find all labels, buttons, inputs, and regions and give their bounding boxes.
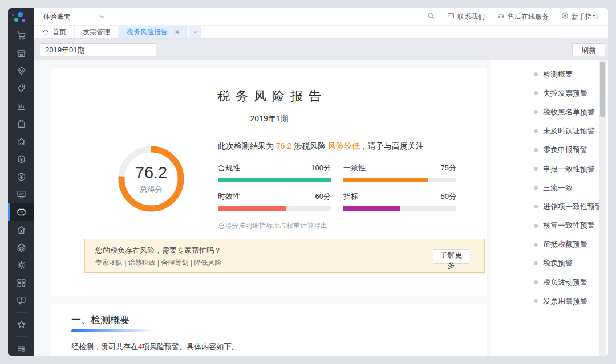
metric-label: 指标 [343, 191, 358, 202]
anchor-nav-label: 零负申报预警 [543, 145, 587, 155]
dot-icon [534, 205, 538, 208]
logo-dot-blue [18, 12, 23, 17]
tab-list-dropdown[interactable] [189, 26, 201, 38]
anchor-nav-label: 检测概要 [543, 69, 573, 80]
anchor-nav-label: 进销项一致性预警 [543, 202, 602, 212]
presentation-icon[interactable] [8, 186, 34, 203]
chevron-down-icon [99, 13, 106, 21]
anchor-nav-item[interactable]: 检测概要 [491, 65, 608, 84]
metric-item: 时效性 60分 [218, 191, 331, 211]
result-level: 风险较低 [328, 141, 360, 150]
metric-item: 一致性 75分 [343, 163, 456, 182]
metric-label: 合规性 [218, 163, 240, 173]
anchor-nav-item[interactable]: 税收黑名单预警 [491, 103, 608, 121]
beginner-guide-link[interactable]: 新手指引 [561, 12, 599, 22]
metric-item: 合规性 100分 [218, 163, 331, 182]
menu-settings-icon[interactable] [8, 340, 34, 356]
dot-icon [534, 299, 538, 303]
anchor-nav-item[interactable]: 三流一致 [491, 178, 608, 197]
total-score-value: 76.2 [135, 163, 167, 182]
report-summary-card: 税务风险报告 2019年1期 76.2 总得分 此次检测结果为 76.2 涉税风… [51, 68, 487, 296]
result-mid: 涉税风险 [291, 141, 328, 150]
sidebar-divider [15, 312, 27, 313]
cart-icon[interactable] [8, 27, 34, 44]
learn-more-button[interactable]: 了解更多 [433, 249, 469, 264]
anchor-nav-label: 失控发票预警 [543, 88, 587, 99]
dot-icon [534, 224, 538, 228]
app-logo[interactable] [8, 8, 34, 27]
feedback-icon[interactable] [8, 292, 34, 309]
invoice-icon[interactable] [8, 203, 34, 221]
tab-invoice-label: 发票管理 [83, 27, 110, 37]
scrollbar-track[interactable] [599, 60, 606, 356]
close-icon[interactable]: ✕ [175, 28, 180, 36]
gem-icon[interactable] [8, 62, 34, 80]
logo-dot-teal [14, 18, 18, 22]
anchor-nav-item[interactable]: 零负申报预警 [491, 141, 608, 159]
section-body-prefix: 经检测，贵司共存在 [71, 342, 138, 351]
anchor-nav-item[interactable]: 发票用量预警 [491, 292, 608, 310]
dot-icon [534, 110, 538, 114]
tab-report-label: 税务风险报告 [127, 27, 168, 37]
account-label: 体验账套 [43, 12, 71, 22]
metric-bars: 合规性 100分 一致性 75分 [218, 163, 452, 211]
main-area: 体验账套 联系我们 售后在线服务 新手指引 [34, 8, 608, 356]
anchor-nav-item[interactable]: 申报一致性预警 [491, 159, 608, 178]
house-tax-icon[interactable] [8, 221, 34, 239]
anchor-nav-item[interactable]: 进销项一致性预警 [491, 197, 608, 216]
metric-score: 75分 [441, 163, 456, 173]
settings-gear-icon[interactable] [8, 256, 34, 274]
result-line: 此次检测结果为 76.2 涉税风险 风险较低，请予与高度关注 [218, 141, 452, 152]
anchor-nav-label: 税负波动预警 [543, 277, 587, 288]
expert-promo-banner: 您的税负存在风险，需要专家帮忙吗？ 专家团队 | 谙熟税政 | 合理筹划 | 降… [84, 239, 485, 273]
anchor-nav-label: 未及时认证预警 [543, 126, 595, 136]
tab-tax-risk-report[interactable]: 税务风险报告 ✕ [119, 26, 188, 38]
score-donut-chart: 76.2 总得分 [116, 144, 187, 214]
anchor-nav-item[interactable]: 税负波动预警 [491, 273, 608, 292]
tab-invoice-management[interactable]: 发票管理 [75, 26, 119, 38]
detection-summary-card: 一、检测概要 经检测，贵司共存在4项风险预警。具体内容如下。 [51, 304, 487, 356]
left-sidebar [8, 8, 34, 356]
bag-icon[interactable] [8, 115, 34, 133]
anchor-nav-label: 留抵税额预警 [543, 239, 587, 250]
dot-icon [534, 186, 538, 190]
tag-icon[interactable] [8, 80, 34, 97]
toolbar: 刷新 [34, 39, 608, 60]
search-icon[interactable] [427, 11, 435, 22]
layers-icon[interactable] [8, 239, 34, 256]
home-icon [42, 28, 49, 35]
banner-subtitle: 专家团队 | 谙熟税政 | 合理筹划 | 降低风险 [95, 258, 221, 268]
metric-bar-track [343, 206, 456, 211]
scrollbar-thumb[interactable] [600, 62, 605, 117]
contact-us-link[interactable]: 联系我们 [447, 12, 485, 22]
section-underline [71, 329, 155, 332]
store-icon[interactable] [8, 44, 34, 62]
anchor-nav-item[interactable]: 核算一致性预警 [491, 216, 608, 235]
anchor-nav-item[interactable]: 税负预警 [491, 254, 608, 273]
after-sales-service-link[interactable]: 售后在线服务 [497, 12, 549, 22]
anchor-nav-item[interactable]: 失控发票预警 [491, 84, 608, 103]
report-title: 税务风险报告 [51, 88, 487, 105]
anchor-nav-item[interactable]: 留抵税额预警 [491, 235, 608, 254]
metric-item: 指标 50分 [343, 191, 456, 211]
metric-label: 一致性 [343, 163, 366, 173]
bar-chart-icon[interactable] [8, 97, 34, 115]
section-body-suffix: 项风险预警。具体内容如下。 [142, 342, 238, 351]
home-icon[interactable] [8, 133, 34, 150]
content-area: 税务风险报告 2019年1期 76.2 总得分 此次检测结果为 76.2 涉税风… [34, 60, 608, 356]
result-prefix: 此次检测结果为 [218, 141, 276, 150]
yen-coin-icon[interactable] [8, 168, 34, 186]
refresh-button[interactable]: 刷新 [572, 43, 605, 56]
metric-bar-fill [343, 206, 400, 211]
anchor-nav-item[interactable]: 未及时认证预警 [491, 122, 608, 141]
tax-box-icon[interactable] [8, 150, 34, 168]
apps-grid-icon[interactable] [8, 274, 34, 292]
period-select-input[interactable] [40, 43, 156, 56]
dot-icon [534, 280, 538, 284]
metric-bar-fill [218, 178, 331, 182]
account-switcher[interactable]: 体验账套 [43, 12, 106, 22]
favorite-star-icon[interactable] [8, 316, 34, 333]
tab-home[interactable]: 首页 [34, 26, 75, 38]
metric-score: 100分 [311, 163, 331, 173]
anchor-nav-label: 发票用量预警 [543, 296, 587, 306]
